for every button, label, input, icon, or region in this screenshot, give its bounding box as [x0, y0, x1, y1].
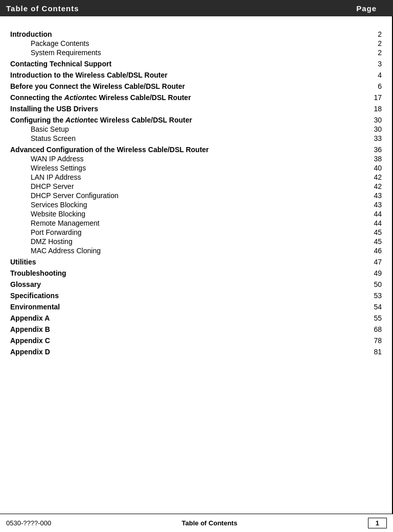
toc-row-connecting-actiontec: Connecting the Actiontec Wireless Cable/… [10, 94, 382, 101]
toc-row-appendix-a: Appendix A 55 [10, 315, 382, 322]
toc-page-lan-ip: 42 [366, 174, 382, 181]
toc-page-appendix-a: 55 [366, 315, 382, 322]
toc-page-services-blocking: 43 [366, 201, 382, 208]
toc-row-wireless-settings: Wireless Settings 40 [10, 164, 382, 172]
toc-page-appendix-c: 78 [366, 337, 382, 344]
toc-page-contacting-support: 3 [366, 60, 382, 67]
footer-page-number: 1 [368, 518, 387, 528]
toc-row-environmental: Environmental 54 [10, 303, 382, 310]
toc-page-dhcp-server-config: 43 [366, 192, 382, 199]
page-container: Table of Contents Page Introduction 2 Pa… [0, 0, 393, 532]
toc-label-appendix-b: Appendix B [10, 326, 50, 333]
toc-row-configuring-actiontec: Configuring the Actiontec Wireless Cable… [10, 116, 382, 124]
toc-row-advanced-config: Advanced Configuration of the Wireless C… [10, 146, 382, 153]
toc-row-remote-management: Remote Management 44 [10, 220, 382, 227]
toc-page-troubleshooting: 49 [366, 270, 382, 277]
toc-row-before-connect: Before you Connect the Wireless Cable/DS… [10, 83, 382, 90]
header-bar: Table of Contents Page [0, 0, 393, 16]
toc-label-wan-ip: WAN IP Address [31, 155, 83, 162]
toc-row-contacting-support: Contacting Technical Support 3 [10, 60, 382, 67]
toc-page-appendix-d: 81 [366, 348, 382, 355]
toc-label-dhcp-server: DHCP Server [31, 183, 74, 190]
toc-row-dhcp-server-config: DHCP Server Configuration 43 [10, 192, 382, 199]
toc-label-remote-management: Remote Management [31, 220, 100, 227]
toc-page-port-forwarding: 45 [366, 229, 382, 236]
toc-page-dhcp-server: 42 [366, 183, 382, 190]
toc-row-dmz-hosting: DMZ Hosting 45 [10, 238, 382, 245]
toc-label-system-requirements: System Requirements [31, 49, 101, 56]
toc-label-before-connect: Before you Connect the Wireless Cable/DS… [10, 83, 185, 90]
toc-label-appendix-d: Appendix D [10, 348, 50, 355]
toc-page-system-requirements: 2 [366, 49, 382, 56]
toc-page-introduction: 2 [366, 31, 382, 38]
toc-label-port-forwarding: Port Forwarding [31, 229, 82, 236]
toc-label-installing-usb: Installing the USB Drivers [10, 105, 98, 112]
toc-label-appendix-c: Appendix C [10, 337, 50, 344]
toc-page-environmental: 54 [366, 303, 382, 310]
toc-label-intro-wireless: Introduction to the Wireless Cable/DSL R… [10, 71, 168, 79]
toc-row-lan-ip: LAN IP Address 42 [10, 174, 382, 181]
toc-label-status-screen: Status Screen [31, 135, 76, 142]
toc-content: Introduction 2 Package Contents 2 System… [0, 16, 393, 514]
toc-row-status-screen: Status Screen 33 [10, 135, 382, 142]
toc-label-specifications: Specifications [10, 292, 59, 299]
toc-row-mac-cloning: MAC Address Cloning 46 [10, 247, 382, 254]
toc-row-dhcp-server: DHCP Server 42 [10, 183, 382, 190]
toc-label-basic-setup: Basic Setup [31, 126, 69, 133]
toc-row-specifications: Specifications 53 [10, 292, 382, 299]
toc-row-appendix-b: Appendix B 68 [10, 326, 382, 333]
toc-page-specifications: 53 [366, 292, 382, 299]
toc-page-configuring-actiontec: 30 [366, 116, 382, 124]
toc-row-services-blocking: Services Blocking 43 [10, 201, 382, 208]
toc-label-wireless-settings: Wireless Settings [31, 164, 86, 172]
toc-label-configuring-actiontec: Configuring the Actiontec Wireless Cable… [10, 116, 192, 124]
footer-doc-number: 0530-????-000 [6, 519, 51, 527]
header-page-label: Page [356, 4, 387, 13]
toc-page-basic-setup: 30 [366, 126, 382, 133]
toc-page-dmz-hosting: 45 [366, 238, 382, 245]
toc-label-introduction: Introduction [10, 31, 52, 38]
toc-row-installing-usb: Installing the USB Drivers 18 [10, 105, 382, 112]
toc-label-environmental: Environmental [10, 303, 60, 310]
footer: 0530-????-000 Table of Contents 1 [0, 514, 393, 532]
toc-page-wan-ip: 38 [366, 155, 382, 162]
toc-label-glossary: Glossary [10, 281, 41, 288]
toc-row-wan-ip: WAN IP Address 38 [10, 155, 382, 162]
toc-label-package-contents: Package Contents [31, 40, 89, 47]
footer-center-label: Table of Contents [182, 519, 238, 527]
toc-page-intro-wireless: 4 [366, 71, 382, 79]
toc-label-website-blocking: Website Blocking [31, 210, 85, 217]
toc-label-utilities: Utilities [10, 258, 36, 265]
toc-page-appendix-b: 68 [366, 326, 382, 333]
content-area: Introduction 2 Package Contents 2 System… [0, 16, 393, 514]
toc-page-advanced-config: 36 [366, 146, 382, 153]
footer-right: 1 [368, 518, 387, 528]
toc-label-advanced-config: Advanced Configuration of the Wireless C… [10, 146, 209, 153]
toc-row-system-requirements: System Requirements 2 [10, 49, 382, 56]
toc-page-mac-cloning: 46 [366, 247, 382, 254]
toc-page-installing-usb: 18 [366, 105, 382, 112]
toc-page-connecting-actiontec: 17 [366, 94, 382, 101]
toc-page-status-screen: 33 [366, 135, 382, 142]
toc-row-appendix-d: Appendix D 81 [10, 348, 382, 355]
toc-label-appendix-a: Appendix A [10, 315, 50, 322]
toc-row-troubleshooting: Troubleshooting 49 [10, 270, 382, 277]
toc-row-port-forwarding: Port Forwarding 45 [10, 229, 382, 236]
toc-label-dmz-hosting: DMZ Hosting [31, 238, 73, 245]
toc-page-glossary: 50 [366, 281, 382, 288]
toc-row-website-blocking: Website Blocking 44 [10, 210, 382, 217]
toc-page-wireless-settings: 40 [366, 164, 382, 172]
toc-label-lan-ip: LAN IP Address [31, 174, 81, 181]
toc-page-before-connect: 6 [366, 83, 382, 90]
toc-row-intro-wireless: Introduction to the Wireless Cable/DSL R… [10, 71, 382, 79]
toc-label-troubleshooting: Troubleshooting [10, 270, 66, 277]
toc-row-introduction: Introduction 2 [10, 31, 382, 38]
toc-page-website-blocking: 44 [366, 210, 382, 217]
toc-label-mac-cloning: MAC Address Cloning [31, 247, 101, 254]
toc-page-package-contents: 2 [366, 40, 382, 47]
header-title: Table of Contents [6, 4, 79, 13]
toc-page-utilities: 47 [366, 258, 382, 265]
toc-row-appendix-c: Appendix C 78 [10, 337, 382, 344]
toc-page-remote-management: 44 [366, 220, 382, 227]
toc-label-dhcp-server-config: DHCP Server Configuration [31, 192, 119, 199]
